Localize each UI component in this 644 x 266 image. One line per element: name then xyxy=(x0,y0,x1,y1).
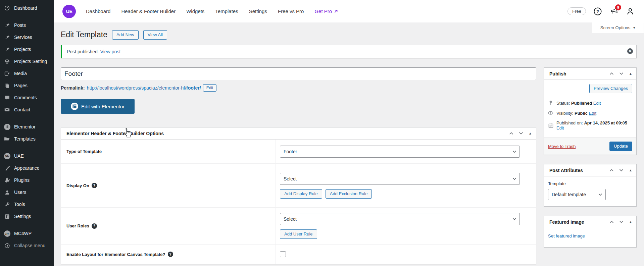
move-to-trash-link[interactable]: Move to Trash xyxy=(548,144,576,149)
help-question-icon[interactable]: ? xyxy=(92,183,97,188)
sidebar-item-templates[interactable]: Templates xyxy=(0,133,54,145)
move-up-icon[interactable] xyxy=(509,132,513,135)
paintbrush-icon xyxy=(4,165,10,171)
sidebar-item-label: Posts xyxy=(14,22,26,28)
sidebar-item-label: MC4WP xyxy=(14,230,32,236)
nav-header-footer-builder[interactable]: Header & Footer Builder xyxy=(121,8,176,14)
sidebar-item-comments[interactable]: Comments xyxy=(0,92,54,104)
view-post-link[interactable]: View post xyxy=(100,49,120,54)
move-up-icon[interactable] xyxy=(609,169,614,172)
edit-published-date-link[interactable]: Edit xyxy=(556,125,564,130)
editor-column: Permalink: http://localhost/wordpress/sp… xyxy=(61,67,536,264)
sidebar-item-media[interactable]: Media xyxy=(0,67,54,79)
toggle-panel-icon[interactable]: ▲ xyxy=(529,131,532,135)
sidebar-item-mc4wp[interactable]: m MC4WP xyxy=(0,227,54,240)
sidebar-item-pages[interactable]: Pages xyxy=(0,79,54,92)
sidebar-item-dashboard[interactable]: Dashboard xyxy=(0,2,54,14)
edit-status-link[interactable]: Edit xyxy=(593,101,601,106)
sidebar-item-services[interactable]: Services xyxy=(0,31,54,43)
view-all-button[interactable]: View All xyxy=(143,30,167,40)
dismiss-notice-icon[interactable]: ✕ xyxy=(627,48,633,54)
add-new-button[interactable]: Add New xyxy=(112,30,139,40)
edit-with-elementor-label: Edit with Elementor xyxy=(81,104,125,109)
move-down-icon[interactable] xyxy=(619,220,624,223)
add-display-rule-button[interactable]: Add Display Rule xyxy=(280,189,322,199)
user-roles-select[interactable]: Select xyxy=(280,213,520,225)
move-down-icon[interactable] xyxy=(619,169,624,172)
sidebar-item-contact[interactable]: Contact xyxy=(0,104,54,116)
post-attributes-header: Post Attributes ▲ xyxy=(544,164,636,176)
help-question-icon[interactable]: ? xyxy=(92,223,97,229)
move-down-icon[interactable] xyxy=(519,132,523,135)
nav-settings[interactable]: Settings xyxy=(249,8,267,14)
update-button[interactable]: Update xyxy=(609,142,632,151)
edit-visibility-link[interactable]: Edit xyxy=(589,111,596,116)
sidebar-item-users[interactable]: Users xyxy=(0,186,54,198)
set-featured-image-link[interactable]: Set featured image xyxy=(548,233,585,238)
nav-free-vs-pro[interactable]: Free vs Pro xyxy=(278,8,304,14)
visibility-label: Visibility: xyxy=(556,111,573,116)
get-pro-label: Get Pro xyxy=(314,8,332,14)
sidebar-item-appearance[interactable]: Appearance xyxy=(0,162,54,174)
template-type-select[interactable]: Footer xyxy=(280,146,520,158)
sidebar-item-label: Media xyxy=(14,70,27,76)
sidebar-item-projects-setting[interactable]: Projects Setting xyxy=(0,55,54,67)
edit-with-elementor-button[interactable]: Edit with Elementor xyxy=(61,99,135,114)
toggle-panel-icon[interactable]: ▲ xyxy=(629,72,632,75)
admin-sidebar: Dashboard Posts Services Projects Projec… xyxy=(0,0,54,266)
featured-image-title: Featured image xyxy=(549,219,584,225)
status-label: Status: xyxy=(556,101,570,106)
help-question-icon[interactable]: ? xyxy=(168,252,173,257)
sidebar-item-plugins[interactable]: Plugins xyxy=(0,174,54,186)
screen-options-toggle[interactable]: Screen Options ▼ xyxy=(592,22,644,33)
sidebar-item-posts[interactable]: Posts xyxy=(0,19,54,31)
folder-icon xyxy=(4,136,10,142)
nav-widgets[interactable]: Widgets xyxy=(186,8,204,14)
display-on-select[interactable]: Select xyxy=(280,173,520,185)
sidebar-item-uae[interactable]: UE UAE xyxy=(0,150,54,162)
hfb-metabox-title: Elementor Header & Footer Builder Option… xyxy=(66,131,164,136)
sidebar-collapse-menu[interactable]: Collapse menu xyxy=(0,240,54,252)
nav-dashboard[interactable]: Dashboard xyxy=(86,8,110,14)
move-up-icon[interactable] xyxy=(609,72,614,75)
canvas-template-checkbox[interactable] xyxy=(280,251,286,257)
account-user-icon[interactable] xyxy=(626,7,635,16)
elementor-logo-icon xyxy=(71,103,78,110)
ue-logo[interactable]: UE xyxy=(62,5,76,18)
move-down-icon[interactable] xyxy=(619,72,624,75)
sidebar-item-tools[interactable]: Tools xyxy=(0,198,54,210)
announcements-megaphone-icon[interactable]: 9 xyxy=(609,7,618,15)
sidebar-item-elementor[interactable]: Elementor xyxy=(0,121,54,133)
template-label: Template xyxy=(548,181,632,186)
status-value: Published xyxy=(571,101,592,106)
sidebar-item-projects[interactable]: Projects xyxy=(0,43,54,55)
preview-changes-button[interactable]: Preview Changes xyxy=(589,84,632,93)
svg-text:?: ? xyxy=(596,9,599,14)
sidebar-item-label: Appearance xyxy=(14,165,40,171)
free-plan-badge: Free xyxy=(567,7,586,15)
get-pro-link[interactable]: Get Pro xyxy=(314,8,338,14)
add-exclusion-rule-button[interactable]: Add Exclusion Rule xyxy=(326,189,372,199)
envelope-icon xyxy=(4,106,10,113)
add-user-rule-button[interactable]: Add User Rule xyxy=(280,229,317,239)
page-template-select[interactable]: Default template xyxy=(548,189,606,200)
help-icon[interactable]: ? xyxy=(593,7,602,16)
display-on-row: Display On ? Select Add Display Rule Add… xyxy=(61,164,536,208)
edit-permalink-button[interactable]: Edit xyxy=(203,84,217,92)
collapse-arrow-icon xyxy=(4,242,10,249)
toggle-panel-icon[interactable]: ▲ xyxy=(629,168,632,172)
sidebar-item-settings[interactable]: Settings xyxy=(0,210,54,222)
side-column: Publish ▲ Preview Changes xyxy=(544,67,637,257)
nav-templates[interactable]: Templates xyxy=(215,8,238,14)
top-bar-right: Free ? 9 xyxy=(567,7,635,16)
sliders-icon xyxy=(4,213,10,220)
chevron-down-icon: ▼ xyxy=(633,26,636,30)
move-up-icon[interactable] xyxy=(609,220,614,223)
visibility-value: Public xyxy=(575,111,588,116)
post-title-input[interactable] xyxy=(61,67,536,80)
elementor-icon xyxy=(4,123,10,130)
toggle-panel-icon[interactable]: ▲ xyxy=(629,220,632,224)
permalink-link[interactable]: http://localhost/wordpress/spaciaz/eleme… xyxy=(87,85,201,91)
sidebar-item-label: Projects Setting xyxy=(14,58,47,64)
post-published-notice: Post published. View post ✕ xyxy=(61,45,637,58)
